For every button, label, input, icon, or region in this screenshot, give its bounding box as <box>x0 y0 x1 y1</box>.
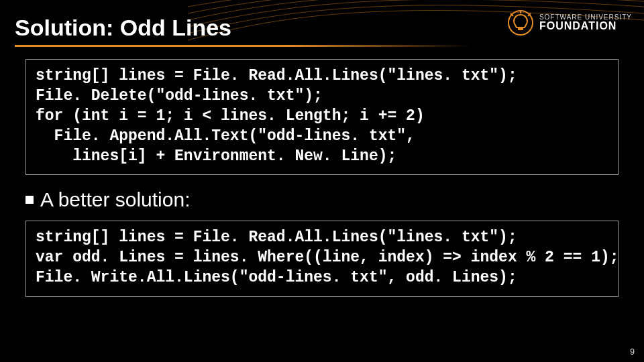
bullet-item: A better solution: <box>25 188 619 211</box>
code-block-1: string[] lines = File. Read.All.Lines("l… <box>25 59 619 175</box>
page-number: 9 <box>630 347 635 357</box>
code-block-2: string[] lines = File. Read.All.Lines("l… <box>25 221 619 297</box>
logo-text-line2: FOUNDATION <box>539 21 632 32</box>
bullet-square-icon <box>25 196 34 204</box>
logo: SOFTWARE UNIVERSITY FOUNDATION <box>507 9 632 36</box>
bullet-text: A better solution: <box>40 188 190 211</box>
svg-rect-1 <box>518 28 523 30</box>
lightbulb-icon <box>507 9 534 36</box>
